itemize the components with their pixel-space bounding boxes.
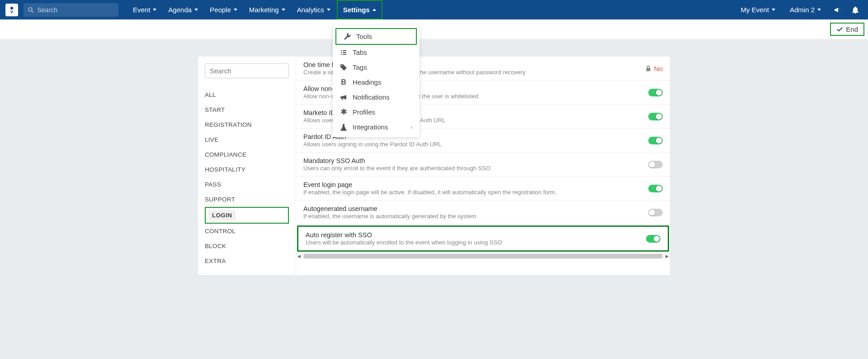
toggle-knob xyxy=(654,236,660,242)
sidebar-item-label: EXTRA xyxy=(205,258,226,264)
dropdown-tags[interactable]: Tags xyxy=(333,60,420,75)
toggle-knob xyxy=(656,90,662,96)
dropdown-integrations[interactable]: Integrations › xyxy=(333,120,420,134)
dropdown-label: Tabs xyxy=(353,48,367,56)
global-search-input[interactable] xyxy=(37,6,114,14)
dropdown-label: Profiles xyxy=(353,108,375,116)
dropdown-label: Integrations xyxy=(353,123,388,131)
sidebar-item-all[interactable]: ALL xyxy=(205,87,289,102)
dropdown-profiles[interactable]: ✱ Profiles xyxy=(333,105,420,120)
svg-point-0 xyxy=(28,7,32,11)
horizontal-scrollbar[interactable]: ◀ ▶ xyxy=(296,253,670,259)
toggle-knob xyxy=(656,186,662,191)
sidebar-item-hospitality[interactable]: HOSPITALITY xyxy=(205,162,289,177)
sidebar-item-live[interactable]: LIVE xyxy=(205,132,289,147)
setting-row: Auto register with SSOUsers will be auto… xyxy=(297,225,669,252)
toggle-knob xyxy=(656,114,662,120)
sidebar-item-login[interactable]: LOGIN xyxy=(205,207,289,224)
toggle-switch[interactable] xyxy=(646,235,660,243)
sidebar-item-label: REGISTRATION xyxy=(205,121,252,128)
end-button[interactable]: End xyxy=(830,23,864,36)
toggle-knob xyxy=(649,210,655,215)
announce-icon[interactable] xyxy=(830,0,844,19)
sidebar-item-extra[interactable]: EXTRA xyxy=(205,254,289,268)
chevron-down-icon xyxy=(817,9,821,11)
global-search[interactable] xyxy=(24,3,118,17)
setting-description: Users will be automatically enrolled to … xyxy=(306,239,646,246)
dropdown-headings[interactable]: B Headings xyxy=(333,75,420,90)
toggle-switch[interactable] xyxy=(648,185,663,192)
event-selector[interactable]: My Event xyxy=(735,0,781,19)
toggle-switch[interactable] xyxy=(648,209,663,216)
toggle-knob xyxy=(649,162,655,168)
setting-description: Users can only enroll to the event if th… xyxy=(303,165,648,172)
toggle-switch[interactable] xyxy=(648,161,663,168)
setting-text: Autogenerated usernameIf enabled, the us… xyxy=(303,205,648,220)
dropdown-notifications[interactable]: Notifications xyxy=(333,90,420,105)
top-nav-bar: Event Agenda People Marketing Analytics … xyxy=(0,0,868,19)
nav-label: People xyxy=(210,6,231,14)
sidebar-item-label: LOGIN xyxy=(208,210,236,220)
chevron-down-icon xyxy=(153,9,156,11)
app-logo[interactable] xyxy=(5,4,18,16)
nav-label: Agenda xyxy=(168,6,192,14)
chevron-down-icon xyxy=(282,9,285,11)
nav-marketing[interactable]: Marketing xyxy=(244,0,291,19)
nav-event[interactable]: Event xyxy=(127,0,162,19)
chevron-down-icon xyxy=(772,9,775,11)
sidebar-item-start[interactable]: START xyxy=(205,102,289,117)
settings-panel: ALLSTARTREGISTRATIONLIVECOMPLIANCEHOSPIT… xyxy=(198,57,670,275)
toggle-switch[interactable] xyxy=(648,137,663,144)
scrollbar-thumb[interactable] xyxy=(304,254,662,258)
toggle-switch[interactable] xyxy=(648,113,663,120)
user-menu[interactable]: Admin 2 xyxy=(784,0,826,19)
sidebar-item-label: BLOCK xyxy=(205,243,226,249)
scroll-left-icon[interactable]: ◀ xyxy=(296,254,302,258)
user-label: Admin 2 xyxy=(790,6,815,14)
sidebar-item-label: SUPPORT xyxy=(205,196,235,203)
dropdown-label: Notifications xyxy=(353,93,390,101)
list-icon xyxy=(340,49,347,56)
sidebar-item-label: LIVE xyxy=(205,136,218,143)
setting-description: If enabled, the login page will be activ… xyxy=(303,189,648,196)
lock-icon xyxy=(645,65,651,72)
nav-analytics[interactable]: Analytics xyxy=(292,0,336,19)
search-icon xyxy=(28,7,33,13)
setting-title: Autogenerated username xyxy=(303,205,648,212)
sidebar-item-pass[interactable]: PASS xyxy=(205,177,289,192)
chevron-up-icon xyxy=(373,9,376,11)
setting-title: Mandatory SSO Auth xyxy=(303,157,648,164)
chevron-down-icon xyxy=(234,9,237,11)
sidebar-item-label: CONTROL xyxy=(205,228,236,235)
bold-icon: B xyxy=(340,79,347,86)
setting-text: Event login pageIf enabled, the login pa… xyxy=(303,181,648,196)
sidebar-item-compliance[interactable]: COMPLIANCE xyxy=(205,147,289,162)
dropdown-tools[interactable]: Tools xyxy=(335,28,417,45)
nav-label: Analytics xyxy=(297,6,324,14)
scroll-right-icon[interactable]: ▶ xyxy=(664,254,670,258)
sidebar-item-registration[interactable]: REGISTRATION xyxy=(205,117,289,132)
sidebar-item-control[interactable]: CONTROL xyxy=(205,224,289,239)
toggle-switch[interactable] xyxy=(648,89,663,96)
dropdown-label: Tags xyxy=(353,63,367,71)
end-button-label: End xyxy=(846,25,858,33)
setting-description: If enabled, the username is automaticall… xyxy=(303,213,648,220)
setting-row: Event login pageIf enabled, the login pa… xyxy=(296,177,670,201)
sidebar: ALLSTARTREGISTRATIONLIVECOMPLIANCEHOSPIT… xyxy=(198,57,296,275)
nav-right: My Event Admin 2 xyxy=(735,0,863,19)
toggle-knob xyxy=(656,138,662,144)
setting-title: Event login page xyxy=(303,181,648,188)
sidebar-item-support[interactable]: SUPPORT xyxy=(205,192,289,207)
nav-people[interactable]: People xyxy=(204,0,243,19)
nav-settings[interactable]: Settings xyxy=(337,0,382,19)
setting-description: Allows users signing in using the Pardot… xyxy=(303,141,648,148)
sidebar-search-input[interactable] xyxy=(205,63,289,78)
setting-row: Mandatory SSO AuthUsers can only enroll … xyxy=(296,153,670,177)
setting-text: Auto register with SSOUsers will be auto… xyxy=(306,231,646,246)
nav-agenda[interactable]: Agenda xyxy=(163,0,203,19)
sidebar-item-block[interactable]: BLOCK xyxy=(205,239,289,254)
locked-no-control[interactable]: No xyxy=(645,65,663,72)
bell-icon[interactable] xyxy=(848,0,863,19)
dropdown-tabs[interactable]: Tabs xyxy=(333,45,420,60)
main-nav: Event Agenda People Marketing Analytics … xyxy=(127,0,382,19)
